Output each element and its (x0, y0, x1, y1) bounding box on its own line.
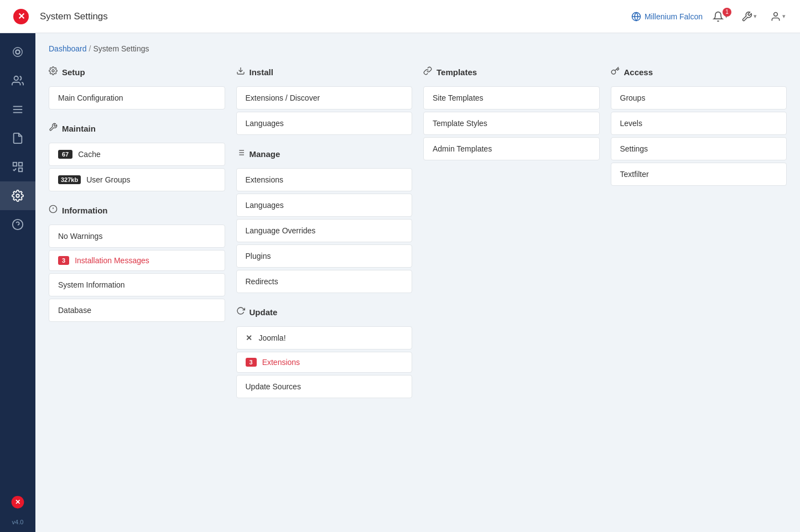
section-information: Information No Warnings 3 Installation M… (49, 205, 225, 322)
user-groups-label: User Groups (86, 175, 130, 184)
sidebar-version: v4.0 (12, 517, 24, 528)
svg-point-18 (52, 70, 54, 72)
column-2: Install Extensions / Discover Languages (236, 66, 413, 400)
menu-cache[interactable]: 67 Cache (49, 143, 225, 166)
templates-icon (423, 66, 432, 77)
cache-label: Cache (78, 150, 100, 159)
menu-levels[interactable]: Levels (611, 112, 787, 135)
svg-text:✕: ✕ (15, 498, 20, 506)
section-install: Install Extensions / Discover Languages (236, 66, 413, 135)
manage-icon (236, 148, 245, 159)
menu-no-warnings[interactable]: No Warnings (49, 225, 225, 248)
redirects-label: Redirects (246, 277, 278, 286)
menu-extensions-manage[interactable]: Extensions (236, 168, 413, 191)
menu-template-styles[interactable]: Template Styles (423, 112, 600, 135)
installation-messages-badge: 3 (58, 256, 69, 265)
system-information-label: System Information (58, 280, 125, 289)
menu-languages-manage[interactable]: Languages (236, 194, 413, 217)
section-manage: Manage Extensions Languages Language Ove… (236, 148, 413, 293)
menu-redirects[interactable]: Redirects (236, 270, 413, 293)
sidebar-item-toggle[interactable] (0, 38, 35, 66)
svg-rect-11 (19, 163, 22, 166)
languages-install-label: Languages (246, 119, 284, 128)
update-sources-label: Update Sources (246, 382, 301, 391)
site-link[interactable]: Millenium Falcon (631, 12, 703, 22)
access-icon (611, 66, 620, 77)
extensions-update-badge: 3 (246, 358, 257, 367)
sidebar-item-help[interactable] (0, 210, 35, 239)
breadcrumb-current: System Settings (93, 44, 149, 53)
section-information-header: Information (49, 205, 225, 219)
main-content: Dashboard / System Settings Setup Main C… (35, 33, 800, 532)
sidebar-item-content[interactable] (0, 124, 35, 153)
sidebar-item-menus[interactable] (0, 95, 35, 124)
template-styles-label: Template Styles (433, 119, 487, 128)
menu-database[interactable]: Database (49, 299, 225, 322)
section-templates: Templates Site Templates Template Styles… (423, 66, 600, 160)
section-manage-title: Manage (250, 149, 280, 159)
user-btn[interactable]: ▾ (767, 8, 789, 25)
menu-textfilter[interactable]: Textfilter (611, 163, 787, 186)
levels-label: Levels (620, 119, 642, 128)
header-right: Millenium Falcon ▾ 1 ▾ ▾ (631, 8, 789, 25)
sidebar: ✕ v4.0 (0, 33, 35, 532)
textfilter-label: Textfilter (620, 170, 649, 179)
no-warnings-label: No Warnings (58, 232, 102, 241)
section-update-header: Update (236, 306, 413, 321)
menu-plugins[interactable]: Plugins (236, 244, 413, 268)
tools-btn[interactable]: ▾ (738, 8, 760, 25)
svg-rect-12 (19, 168, 22, 171)
update-icon (236, 306, 245, 317)
menu-language-overrides[interactable]: Language Overrides (236, 219, 413, 242)
menu-admin-templates[interactable]: Admin Templates (423, 137, 600, 160)
menu-installation-messages[interactable]: 3 Installation Messages (49, 250, 225, 271)
language-overrides-label: Language Overrides (246, 226, 316, 235)
sidebar-item-system[interactable] (0, 181, 35, 210)
svg-point-5 (13, 48, 23, 57)
extensions-discover-label: Extensions / Discover (246, 93, 320, 102)
svg-rect-10 (13, 163, 17, 166)
svg-point-4 (15, 50, 19, 54)
menu-main-configuration[interactable]: Main Configuration (49, 86, 225, 109)
menu-update-sources[interactable]: Update Sources (236, 375, 413, 398)
menu-system-information[interactable]: System Information (49, 273, 225, 296)
svg-text:✕: ✕ (18, 12, 25, 21)
menu-extensions-update[interactable]: 3 Extensions (236, 352, 413, 373)
sidebar-joomla-logo[interactable]: ✕ (0, 488, 35, 517)
menu-settings[interactable]: Settings (611, 137, 787, 160)
plugins-label: Plugins (246, 252, 271, 260)
breadcrumb: Dashboard / System Settings (49, 44, 787, 53)
sidebar-item-components[interactable] (0, 153, 35, 181)
column-3: Templates Site Templates Template Styles… (423, 66, 600, 400)
cache-badge: 67 (58, 150, 72, 159)
site-name: Millenium Falcon (645, 12, 703, 21)
svg-point-6 (14, 76, 18, 80)
menu-extensions-discover[interactable]: Extensions / Discover (236, 86, 413, 109)
menu-user-groups[interactable]: 327kb User Groups (49, 168, 225, 191)
app-body: ✕ v4.0 Dashboard / System Settings (0, 33, 800, 532)
menu-joomla[interactable]: ✕ Joomla! (236, 326, 413, 350)
breadcrumb-separator: / (89, 44, 91, 53)
sidebar-bottom: ✕ v4.0 (0, 488, 35, 528)
header-title: System Settings (40, 11, 622, 22)
extensions-update-label: Extensions (262, 358, 300, 367)
maintain-icon (49, 123, 58, 134)
breadcrumb-home[interactable]: Dashboard (49, 44, 87, 53)
admin-templates-label: Admin Templates (433, 144, 492, 153)
languages-manage-label: Languages (246, 201, 284, 210)
menu-languages-install[interactable]: Languages (236, 112, 413, 135)
header-logo[interactable]: ✕ (11, 7, 31, 27)
installation-messages-label: Installation Messages (75, 256, 149, 265)
information-icon (49, 205, 58, 216)
sidebar-item-users[interactable] (0, 66, 35, 95)
section-setup-header: Setup (49, 66, 225, 81)
section-templates-header: Templates (423, 66, 600, 81)
database-label: Database (58, 306, 91, 315)
top-header: ✕ System Settings Millenium Falcon ▾ 1 ▾… (0, 0, 800, 33)
column-1: Setup Main Configuration Maintain (49, 66, 225, 400)
section-update: Update ✕ Joomla! 3 Extensions Update Sou… (236, 306, 413, 398)
section-access-header: Access (611, 66, 787, 81)
menu-groups[interactable]: Groups (611, 86, 787, 109)
menu-site-templates[interactable]: Site Templates (423, 86, 600, 109)
notifications-btn[interactable]: ▾ 1 (709, 8, 731, 25)
